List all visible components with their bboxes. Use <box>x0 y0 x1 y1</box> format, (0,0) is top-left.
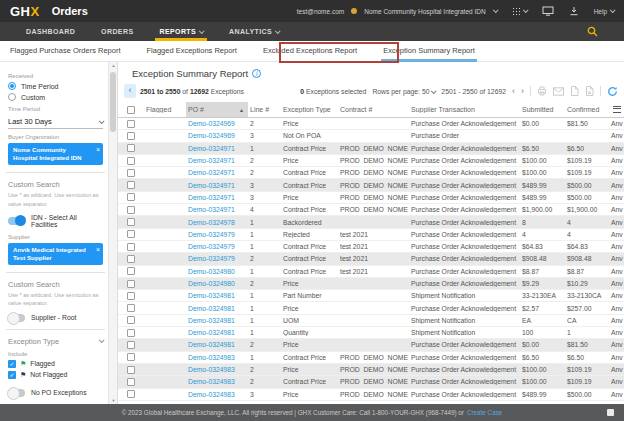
po-link[interactable]: Demo-0324971 <box>186 182 248 189</box>
po-link[interactable]: Demo-0324983 <box>186 391 248 398</box>
close-icon[interactable]: × <box>96 145 100 154</box>
radio-icon[interactable] <box>8 93 16 101</box>
po-link[interactable]: Demo-0324983 <box>186 366 248 373</box>
scrollbar-thumb[interactable] <box>110 72 116 132</box>
refresh-icon[interactable] <box>607 86 618 97</box>
row-checkbox[interactable] <box>127 390 135 398</box>
row-checkbox[interactable] <box>127 366 135 374</box>
toggle-on-icon[interactable] <box>8 217 25 225</box>
radio-icon[interactable] <box>8 82 16 90</box>
download-icon[interactable] <box>569 6 579 16</box>
info-icon[interactable]: i <box>252 69 261 78</box>
row-checkbox[interactable] <box>127 132 135 140</box>
po-link[interactable]: Demo-0324981 <box>186 317 248 324</box>
create-case-link[interactable]: Create Case <box>467 409 502 416</box>
email-icon[interactable] <box>553 87 564 96</box>
col-header-exception-type[interactable]: Exception Type <box>281 106 338 113</box>
org-name[interactable]: Nome Community Hospital Integrated IDN <box>364 8 485 15</box>
collapse-sidebar-button[interactable]: ‹ <box>124 84 136 98</box>
row-checkbox[interactable] <box>127 280 135 288</box>
checkbox-checked-icon[interactable]: ✓ <box>8 360 16 368</box>
row-checkbox[interactable] <box>127 120 135 128</box>
nav-dashboard[interactable]: DASHBOARD <box>26 22 75 41</box>
chevron-down-icon[interactable] <box>610 7 616 13</box>
row-checkbox[interactable] <box>127 181 135 189</box>
row-checkbox[interactable] <box>127 292 135 300</box>
po-link[interactable]: Demo-0324983 <box>186 378 248 385</box>
time-period-select[interactable]: Last 30 Days <box>8 115 103 129</box>
row-checkbox[interactable] <box>127 193 135 201</box>
po-link[interactable]: Demo-0324983 <box>186 354 248 361</box>
tab-excluded-exceptions-report[interactable]: Excluded Exceptions Report <box>261 41 359 61</box>
po-link[interactable]: Demo-0324971 <box>186 157 248 164</box>
checkbox-checked-icon[interactable]: ✓ <box>8 371 16 379</box>
col-header-confirmed[interactable]: Confirmed <box>565 106 609 113</box>
po-link[interactable]: Demo-0324981 <box>186 305 248 312</box>
col-header-po[interactable]: PO # ▲ <box>186 102 248 117</box>
po-link[interactable]: Demo-0324981 <box>186 292 248 299</box>
idn-select-all-toggle-row[interactable]: IDN - Select All Facilities <box>8 214 103 228</box>
col-header-line[interactable]: Line # <box>248 106 281 113</box>
col-header-submitted[interactable]: Submitted <box>520 106 565 113</box>
flagged-checkbox-row[interactable]: ✓ ⚑ Flagged <box>8 360 103 368</box>
po-link[interactable]: Demo-0324971 <box>186 194 248 201</box>
po-link[interactable]: Demo-0324980 <box>186 268 248 275</box>
row-checkbox[interactable] <box>127 378 135 386</box>
row-checkbox[interactable] <box>127 329 135 337</box>
footer-widget-icon[interactable] <box>607 409 614 416</box>
export-file-icon[interactable] <box>570 86 579 96</box>
close-icon[interactable]: × <box>96 245 100 254</box>
po-link[interactable]: Demo-0324971 <box>186 169 248 176</box>
row-checkbox[interactable] <box>127 353 135 361</box>
monitor-icon[interactable] <box>542 6 554 16</box>
scroll-up-icon[interactable]: ▲ <box>109 63 118 68</box>
help-menu[interactable]: Help <box>594 8 607 15</box>
row-checkbox[interactable] <box>127 230 135 238</box>
app-grid-icon[interactable] <box>512 7 520 15</box>
po-link[interactable]: Demo-0324981 <box>186 329 248 336</box>
print-icon[interactable] <box>537 86 547 96</box>
row-checkbox[interactable] <box>127 218 135 226</box>
sidebar-scrollbar[interactable]: ▲ ▼ <box>108 62 117 404</box>
row-checkbox[interactable] <box>127 206 135 214</box>
po-link[interactable]: Demo-0324981 <box>186 341 248 348</box>
prev-page-icon[interactable]: ‹ <box>512 87 515 96</box>
chevron-down-icon[interactable] <box>523 7 529 13</box>
scroll-down-icon[interactable]: ▼ <box>109 398 118 403</box>
buyer-org-chip[interactable]: Nome Community Hospital Integrated IDN × <box>8 143 103 165</box>
radio-time-period[interactable]: Time Period <box>8 82 103 90</box>
po-link[interactable]: Demo-0324979 <box>186 243 248 250</box>
po-link[interactable]: Demo-0324979 <box>186 231 248 238</box>
nav-reports[interactable]: REPORTS <box>159 22 203 41</box>
po-link[interactable]: Demo-0324969 <box>186 132 248 139</box>
toggle-off-icon[interactable] <box>8 314 25 322</box>
po-link[interactable]: Demo-0324971 <box>186 206 248 213</box>
search-icon[interactable] <box>587 26 598 37</box>
row-checkbox[interactable] <box>127 341 135 349</box>
next-page-icon[interactable]: › <box>521 87 524 96</box>
export-file-alt-icon[interactable] <box>585 86 594 96</box>
po-link[interactable]: Demo-0324971 <box>186 145 248 152</box>
tab-exception-summary-report[interactable]: Exception Summary Report <box>381 41 477 61</box>
chevron-down-icon[interactable] <box>99 338 105 344</box>
tab-flagged-purchase-orders-report[interactable]: Flagged Purchase Orders Report <box>8 41 122 61</box>
row-checkbox[interactable] <box>127 304 135 312</box>
chevron-down-icon[interactable] <box>493 7 499 13</box>
nav-analytics[interactable]: ANALYTICS <box>229 22 279 41</box>
po-link[interactable]: Demo-0324980 <box>186 280 248 287</box>
supplier-root-toggle-row[interactable]: Supplier - Root <box>8 314 103 322</box>
col-header-supplier-transaction[interactable]: Supplier Transaction <box>409 106 520 113</box>
rows-per-page[interactable]: Rows per page: 50 <box>372 88 435 95</box>
col-header-flagged[interactable]: Flagged <box>144 106 186 113</box>
row-checkbox[interactable] <box>127 316 135 324</box>
select-all-checkbox[interactable] <box>127 106 135 114</box>
radio-custom[interactable]: Custom <box>8 93 103 101</box>
exception-type-section[interactable]: Exception Type <box>8 337 103 346</box>
po-link[interactable]: Demo-0324978 <box>186 219 248 226</box>
row-checkbox[interactable] <box>127 144 135 152</box>
row-checkbox[interactable] <box>127 267 135 275</box>
no-po-exceptions-toggle-row[interactable]: No PO Exceptions <box>8 389 103 397</box>
supplier-chip[interactable]: Anvik Medical Integrated Test Supplier × <box>8 243 103 265</box>
tab-flagged-exceptions-report[interactable]: Flagged Exceptions Report <box>144 41 238 61</box>
not-flagged-checkbox-row[interactable]: ✓ ⚑ Not Flagged <box>8 371 103 379</box>
